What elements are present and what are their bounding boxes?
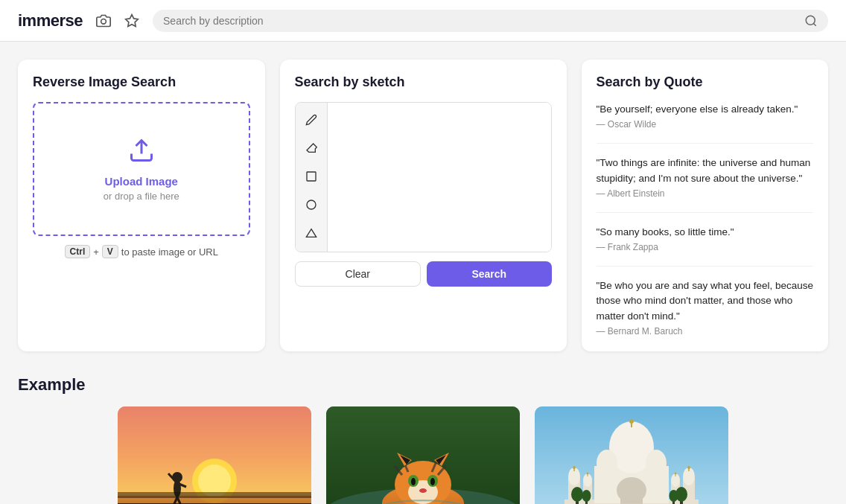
global-search-submit[interactable] <box>804 14 818 28</box>
quote-author-0: — Oscar Wilde <box>597 119 814 130</box>
svg-point-2 <box>806 16 815 25</box>
upload-area[interactable]: Upload Image or drop a file here <box>33 102 250 236</box>
reverse-image-search-title: Reverse Image Search <box>33 74 250 90</box>
svg-point-32 <box>419 488 427 493</box>
sketch-search-card: Search by sketch <box>280 60 567 351</box>
upload-label: Upload Image <box>105 175 178 188</box>
quote-text-1: "Two things are infinite: the universe a… <box>597 156 814 186</box>
tiger-scene <box>326 406 520 504</box>
svg-point-62 <box>587 472 589 474</box>
main-content: Reverse Image Search Upload Image or dro… <box>0 42 846 504</box>
sketch-toolbar <box>296 103 328 252</box>
quote-author-1: — Albert Einstein <box>597 188 814 199</box>
svg-point-0 <box>101 19 106 24</box>
triangle-tool[interactable] <box>300 222 322 244</box>
quote-item-2[interactable]: "So many books, so little time." — Frank… <box>597 225 814 252</box>
eraser-tool[interactable] <box>300 137 322 159</box>
plus-symbol: + <box>93 246 99 258</box>
quote-text-0: "Be yourself; everyone else is already t… <box>597 102 814 117</box>
quote-text-2: "So many books, so little time." <box>597 225 814 240</box>
quote-item-0[interactable]: "Be yourself; everyone else is already t… <box>597 102 814 130</box>
quote-divider-2 <box>597 266 814 267</box>
cards-row: Reverse Image Search Upload Image or dro… <box>18 60 828 351</box>
svg-marker-7 <box>306 229 316 237</box>
svg-point-54 <box>573 466 576 469</box>
example-image-sunset[interactable] <box>118 406 311 504</box>
svg-point-31 <box>430 478 435 485</box>
quote-author-3: — Bernard M. Baruch <box>597 326 814 336</box>
svg-rect-5 <box>307 172 316 181</box>
example-image-tiger[interactable] <box>326 406 520 504</box>
svg-point-80 <box>670 490 678 502</box>
header: immerse <box>0 0 846 42</box>
taj-scene <box>535 406 728 504</box>
logo: immerse <box>18 11 83 31</box>
reverse-image-search-card: Reverse Image Search Upload Image or dro… <box>18 60 265 351</box>
pencil-tool[interactable] <box>300 109 322 131</box>
circle-tool[interactable] <box>300 194 322 216</box>
upload-sub: or drop a file here <box>104 191 179 202</box>
svg-point-50 <box>629 419 634 424</box>
header-icons <box>92 9 144 33</box>
svg-point-74 <box>571 487 583 502</box>
quote-list: "Be yourself; everyone else is already t… <box>597 102 814 336</box>
magic-icon <box>124 13 139 28</box>
svg-point-78 <box>582 490 591 502</box>
global-search-bar[interactable] <box>153 10 828 32</box>
quote-search-title: Search by Quote <box>597 74 814 90</box>
sketch-search-title: Search by sketch <box>295 74 552 90</box>
svg-point-58 <box>687 466 690 469</box>
quote-divider-0 <box>597 143 814 144</box>
global-search-input[interactable] <box>163 15 798 27</box>
svg-point-69 <box>597 450 617 476</box>
sketch-area <box>295 102 552 252</box>
sunset-scene <box>118 406 311 504</box>
sketch-canvas[interactable] <box>328 103 551 252</box>
quote-divider-1 <box>597 212 814 213</box>
rectangle-tool[interactable] <box>300 165 322 188</box>
magic-icon-button[interactable] <box>120 9 144 33</box>
upload-icon <box>128 137 155 169</box>
camera-icon-button[interactable] <box>92 9 115 33</box>
svg-point-70 <box>646 450 667 476</box>
paste-text: to paste image or URL <box>121 246 218 258</box>
examples-row <box>18 406 828 504</box>
svg-point-30 <box>411 478 416 485</box>
search-button[interactable]: Search <box>427 261 552 287</box>
v-key: V <box>102 245 118 258</box>
svg-point-66 <box>675 472 677 474</box>
quote-item-3[interactable]: "Be who you are and say what you feel, b… <box>597 278 814 336</box>
svg-rect-68 <box>620 488 643 503</box>
svg-marker-1 <box>126 14 139 26</box>
search-icon <box>804 14 818 28</box>
svg-line-3 <box>813 23 815 25</box>
clear-button[interactable]: Clear <box>295 261 422 287</box>
quote-author-2: — Frank Zappa <box>597 242 814 252</box>
paste-hint: Ctrl + V to paste image or URL <box>33 245 250 258</box>
quote-item-1[interactable]: "Two things are infinite: the universe a… <box>597 156 814 199</box>
camera-icon <box>96 13 111 28</box>
example-section-title: Example <box>18 375 828 395</box>
example-image-taj[interactable] <box>535 406 728 504</box>
sketch-buttons: Clear Search <box>295 261 552 287</box>
svg-point-6 <box>307 200 316 209</box>
svg-rect-12 <box>118 492 311 498</box>
ctrl-key: Ctrl <box>65 245 91 258</box>
quote-text-3: "Be who you are and say what you feel, b… <box>597 278 814 324</box>
quote-search-card: Search by Quote "Be yourself; everyone e… <box>582 60 829 351</box>
